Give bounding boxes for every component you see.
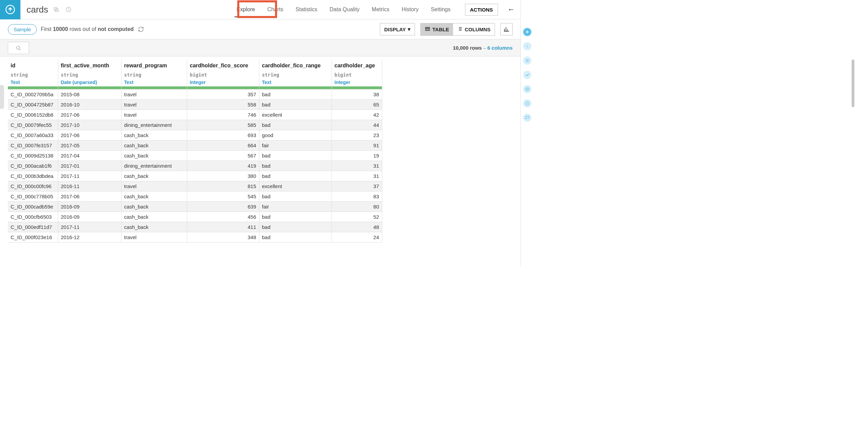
column-meaning[interactable]: Integer bbox=[335, 80, 379, 85]
check-icon[interactable] bbox=[523, 71, 531, 79]
left-panel-handle[interactable] bbox=[0, 85, 4, 109]
cell: dining_entertainment bbox=[121, 120, 187, 130]
tab-charts[interactable]: Charts bbox=[261, 0, 289, 19]
back-arrow-icon[interactable]: ← bbox=[502, 5, 520, 14]
cell: 2015-08 bbox=[58, 89, 121, 100]
discuss-icon[interactable] bbox=[523, 114, 531, 122]
cell: 24 bbox=[332, 232, 382, 243]
right-rail bbox=[520, 0, 533, 267]
table-row[interactable]: C_ID_000cfb65032016-09cash_back456bad52 bbox=[8, 212, 382, 222]
table-row[interactable]: C_ID_0009d251382017-04cash_back567bad19 bbox=[8, 151, 382, 161]
add-icon[interactable] bbox=[523, 28, 531, 36]
column-header-cardholder_fico_score[interactable]: cardholder_fico_scorebigintInteger bbox=[187, 59, 259, 89]
cell: 2017-01 bbox=[58, 161, 121, 171]
cell: 48 bbox=[332, 222, 382, 232]
cell: C_ID_0004725b87 bbox=[8, 100, 58, 110]
tab-statistics[interactable]: Statistics bbox=[289, 0, 323, 19]
table-row[interactable]: C_ID_0006152db82017-06travel746excellent… bbox=[8, 110, 382, 120]
actions-button[interactable]: ACTIONS bbox=[465, 4, 498, 16]
view-columns[interactable]: COLUMNS bbox=[453, 23, 495, 35]
info-icon[interactable] bbox=[523, 42, 531, 50]
cell: 38 bbox=[332, 89, 382, 100]
cell: 37 bbox=[332, 181, 382, 191]
table-row[interactable]: C_ID_000b3dbdea2017-11cash_back380bad31 bbox=[8, 171, 382, 181]
tab-data-quality[interactable]: Data Quality bbox=[323, 0, 366, 19]
column-meaning[interactable]: Text bbox=[11, 80, 55, 85]
table-row[interactable]: C_ID_00079fec552017-10dining_entertainme… bbox=[8, 120, 382, 130]
cell: C_ID_000f023e16 bbox=[8, 232, 58, 243]
clock-icon[interactable] bbox=[523, 99, 531, 107]
refresh-schema-icon[interactable] bbox=[65, 6, 71, 13]
cell: travel bbox=[121, 232, 187, 243]
sample-info: First 10000 rows out of not computed bbox=[41, 26, 134, 32]
tab-metrics[interactable]: Metrics bbox=[366, 0, 396, 19]
cell: 746 bbox=[187, 110, 259, 120]
cell: C_ID_0009d25138 bbox=[8, 151, 58, 161]
column-meaning[interactable]: Date (unparsed) bbox=[61, 80, 118, 85]
table-row[interactable]: C_ID_000c00fc962016-11travel815excellent… bbox=[8, 181, 382, 191]
svg-point-8 bbox=[525, 87, 529, 91]
cell: C_ID_000edf11d7 bbox=[8, 222, 58, 232]
column-meaning[interactable]: Text bbox=[124, 80, 184, 85]
charts-shortcut[interactable] bbox=[500, 23, 513, 35]
table-row[interactable]: C_ID_0004725b872016-10travel558bad65 bbox=[8, 100, 382, 110]
cell: 52 bbox=[332, 212, 382, 222]
app-logo[interactable] bbox=[0, 0, 20, 19]
table-row[interactable]: C_ID_000c778b052017-06cash_back545bad83 bbox=[8, 191, 382, 202]
table-row[interactable]: C_ID_000f023e162016-12travel348bad24 bbox=[8, 232, 382, 243]
cell: bad bbox=[259, 89, 332, 100]
cell: cash_back bbox=[121, 212, 187, 222]
data-table-area: idstringTextfirst_active_monthstringDate… bbox=[0, 56, 520, 267]
cell: cash_back bbox=[121, 151, 187, 161]
cell: 664 bbox=[187, 140, 259, 151]
view-table[interactable]: TABLE bbox=[421, 23, 453, 35]
table-row[interactable]: C_ID_000acab1f62017-01dining_entertainme… bbox=[8, 161, 382, 171]
cell: 42 bbox=[332, 110, 382, 120]
cell: travel bbox=[121, 110, 187, 120]
display-dropdown[interactable]: DISPLAY▾ bbox=[380, 23, 415, 35]
table-row[interactable]: C_ID_0007fe31572017-05cash_back664fair91 bbox=[8, 140, 382, 151]
table-row[interactable]: C_ID_0002709b5a2015-08travel357bad38 bbox=[8, 89, 382, 100]
copy-icon[interactable] bbox=[53, 6, 59, 13]
column-meaning[interactable]: Text bbox=[262, 80, 329, 85]
column-header-id[interactable]: idstringText bbox=[8, 59, 58, 89]
tab-explore[interactable]: Explore bbox=[230, 0, 261, 19]
cell: 2017-11 bbox=[58, 222, 121, 232]
cell: C_ID_000c00fc96 bbox=[8, 181, 58, 191]
cell: 380 bbox=[187, 171, 259, 181]
columns-link[interactable]: 6 columns bbox=[487, 45, 513, 51]
cell: bad bbox=[259, 212, 332, 222]
lab-icon[interactable] bbox=[523, 85, 531, 93]
cell: bad bbox=[259, 161, 332, 171]
column-header-first_active_month[interactable]: first_active_monthstringDate (unparsed) bbox=[58, 59, 121, 89]
cell: cash_back bbox=[121, 202, 187, 212]
column-header-reward_program[interactable]: reward_programstringText bbox=[121, 59, 187, 89]
cell: 83 bbox=[332, 191, 382, 202]
sample-button[interactable]: Sample bbox=[8, 24, 37, 35]
cell: C_ID_000cadb59e bbox=[8, 202, 58, 212]
column-header-cardholder_fico_range[interactable]: cardholder_fico_rangestringText bbox=[259, 59, 332, 89]
cell: 357 bbox=[187, 89, 259, 100]
table-row[interactable]: C_ID_000edf11d72017-11cash_back411bad48 bbox=[8, 222, 382, 232]
column-header-cardholder_age[interactable]: cardholder_agebigintInteger bbox=[332, 59, 382, 89]
row-col-count: 10,000 rows–6 columns bbox=[453, 45, 513, 51]
cell: excellent bbox=[259, 181, 332, 191]
table-row[interactable]: C_ID_000cadb59e2016-09cash_back639fair80 bbox=[8, 202, 382, 212]
search-input[interactable] bbox=[8, 42, 29, 54]
refresh-sample-icon[interactable] bbox=[138, 26, 144, 32]
column-meaning[interactable]: Integer bbox=[190, 80, 256, 85]
cell: cash_back bbox=[121, 191, 187, 202]
list-panel-icon[interactable] bbox=[523, 56, 531, 65]
list-icon bbox=[457, 26, 463, 33]
cell: 348 bbox=[187, 232, 259, 243]
cell: 558 bbox=[187, 100, 259, 110]
cell: 2017-06 bbox=[58, 110, 121, 120]
tab-settings[interactable]: Settings bbox=[425, 0, 457, 19]
filter-bar: 10,000 rows–6 columns bbox=[0, 39, 520, 56]
cell: cash_back bbox=[121, 140, 187, 151]
cell: 567 bbox=[187, 151, 259, 161]
cell: 2017-05 bbox=[58, 140, 121, 151]
tab-history[interactable]: History bbox=[396, 0, 425, 19]
table-row[interactable]: C_ID_0007a60a332017-06cash_back693good23 bbox=[8, 130, 382, 140]
svg-rect-7 bbox=[527, 46, 527, 48]
